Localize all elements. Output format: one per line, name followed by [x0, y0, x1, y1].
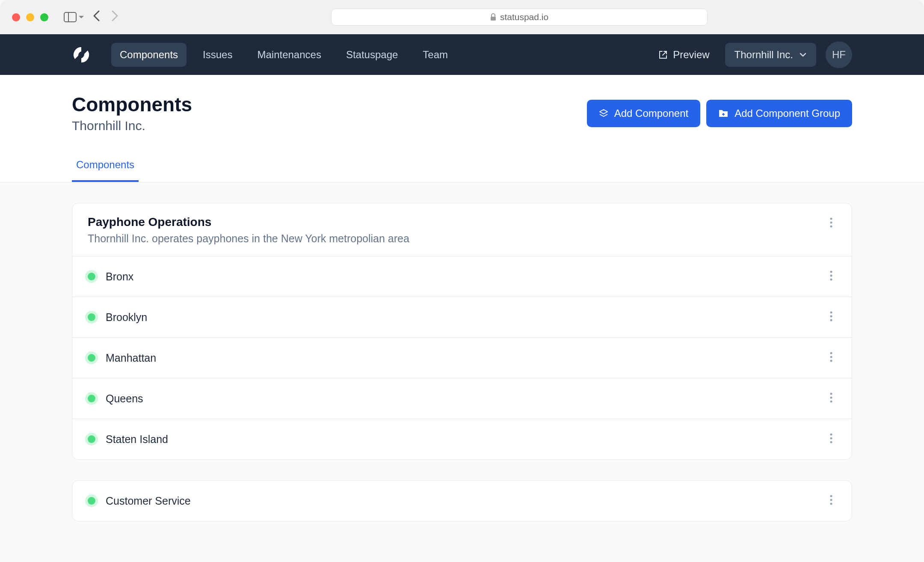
- maximize-window-button[interactable]: [40, 13, 48, 21]
- svg-point-7: [830, 222, 832, 224]
- svg-rect-2: [491, 17, 496, 21]
- component-name: Brooklyn: [106, 311, 147, 324]
- nav-statuspage[interactable]: Statuspage: [338, 43, 406, 67]
- close-window-button[interactable]: [12, 13, 20, 21]
- svg-point-13: [830, 315, 832, 318]
- component-row: Manhattan: [72, 337, 852, 378]
- tab-components[interactable]: Components: [72, 152, 139, 182]
- sidebar-toggle-button[interactable]: [64, 12, 84, 22]
- org-dropdown[interactable]: Thornhill Inc.: [725, 43, 816, 67]
- component-more-button[interactable]: [826, 350, 836, 366]
- browser-toolbar: [64, 10, 118, 25]
- status-indicator-operational: [88, 273, 95, 280]
- component-name: Queens: [106, 393, 143, 405]
- svg-point-10: [830, 275, 832, 277]
- component-more-button[interactable]: [826, 390, 836, 407]
- status-indicator-operational: [88, 395, 95, 402]
- component-row: Bronx: [72, 256, 852, 297]
- svg-point-8: [830, 226, 832, 228]
- nav-team[interactable]: Team: [414, 43, 456, 67]
- svg-point-18: [830, 393, 832, 395]
- external-link-icon: [658, 50, 668, 59]
- folder-plus-icon: [718, 109, 729, 118]
- more-vertical-icon: [829, 270, 833, 281]
- logo-icon[interactable]: [72, 45, 91, 64]
- more-vertical-icon: [829, 351, 833, 363]
- svg-point-21: [830, 434, 832, 436]
- component-row: Brooklyn: [72, 297, 852, 337]
- svg-point-17: [830, 360, 832, 362]
- nav-components[interactable]: Components: [111, 43, 187, 67]
- svg-point-6: [830, 218, 832, 220]
- svg-point-19: [830, 397, 832, 399]
- component-more-button[interactable]: [826, 268, 836, 285]
- avatar[interactable]: HF: [826, 42, 852, 68]
- svg-point-16: [830, 356, 832, 358]
- svg-point-23: [830, 441, 832, 443]
- more-vertical-icon: [829, 311, 833, 322]
- url-text: statuspad.io: [500, 12, 548, 22]
- svg-rect-0: [64, 12, 76, 22]
- more-vertical-icon: [829, 494, 833, 506]
- svg-point-12: [830, 312, 832, 314]
- component-row: Staten Island: [72, 419, 852, 459]
- component-row: Customer Service: [72, 481, 852, 521]
- status-indicator-operational: [88, 313, 95, 321]
- svg-point-20: [830, 401, 832, 403]
- svg-point-26: [830, 503, 832, 505]
- svg-point-24: [830, 495, 832, 497]
- svg-point-22: [830, 437, 832, 440]
- lock-icon: [490, 13, 497, 21]
- window-controls: [12, 13, 48, 21]
- component-name: Bronx: [106, 271, 133, 283]
- browser-chrome: statuspad.io: [0, 0, 924, 34]
- chevron-down-icon: [799, 52, 807, 57]
- group-title: Payphone Operations: [88, 215, 409, 229]
- component-row: Queens: [72, 378, 852, 419]
- svg-point-11: [830, 279, 832, 281]
- component-more-button[interactable]: [826, 493, 836, 509]
- component-name: Customer Service: [106, 495, 191, 507]
- component-group-card: Payphone Operations Thornhill Inc. opera…: [72, 203, 852, 460]
- more-vertical-icon: [829, 217, 833, 228]
- svg-point-9: [830, 271, 832, 273]
- nav-maintenances[interactable]: Maintenances: [249, 43, 329, 67]
- preview-button[interactable]: Preview: [651, 44, 717, 66]
- forward-button[interactable]: [111, 10, 118, 25]
- page-title: Components: [72, 93, 192, 116]
- layers-icon: [599, 109, 608, 118]
- status-indicator-operational: [88, 354, 95, 362]
- standalone-component-card: Customer Service: [72, 480, 852, 521]
- status-indicator-operational: [88, 497, 95, 505]
- svg-point-14: [830, 319, 832, 321]
- status-indicator-operational: [88, 435, 95, 443]
- group-description: Thornhill Inc. operates payphones in the…: [88, 232, 409, 245]
- group-more-button[interactable]: [826, 215, 836, 232]
- svg-point-25: [830, 499, 832, 501]
- back-button[interactable]: [93, 10, 101, 25]
- component-name: Staten Island: [106, 433, 168, 446]
- url-bar[interactable]: statuspad.io: [331, 9, 708, 26]
- more-vertical-icon: [829, 392, 833, 403]
- component-more-button[interactable]: [826, 309, 836, 325]
- more-vertical-icon: [829, 433, 833, 444]
- add-component-group-button[interactable]: Add Component Group: [706, 100, 852, 127]
- nav-issues[interactable]: Issues: [194, 43, 241, 67]
- component-name: Manhattan: [106, 352, 156, 364]
- page-subtitle: Thornhill Inc.: [72, 119, 192, 133]
- minimize-window-button[interactable]: [26, 13, 34, 21]
- content-area: Payphone Operations Thornhill Inc. opera…: [0, 182, 924, 562]
- page-header: Components Thornhill Inc. Add Component …: [0, 75, 924, 182]
- add-component-button[interactable]: Add Component: [587, 100, 700, 127]
- component-more-button[interactable]: [826, 431, 836, 447]
- svg-marker-3: [600, 110, 607, 114]
- top-nav: Components Issues Maintenances Statuspag…: [0, 34, 924, 75]
- svg-point-15: [830, 352, 832, 354]
